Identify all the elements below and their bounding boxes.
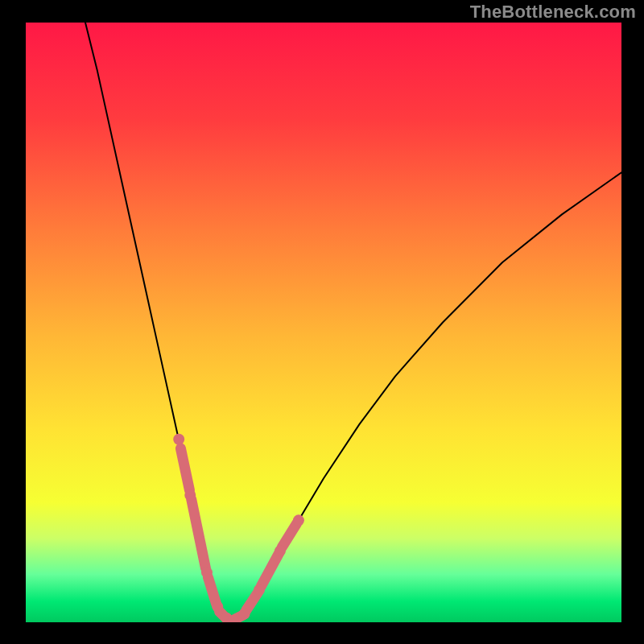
highlight-dot xyxy=(239,609,250,620)
highlight-dot xyxy=(254,584,265,596)
highlight-dot xyxy=(212,601,223,613)
highlight-dot xyxy=(275,545,286,556)
watermark-text: TheBottleneck.com xyxy=(470,2,636,23)
chart-frame: TheBottleneck.com xyxy=(0,0,644,644)
highlight-dot xyxy=(184,489,196,501)
highlight-dot xyxy=(293,514,304,526)
gradient-background xyxy=(26,23,621,622)
highlight-dot xyxy=(173,434,184,445)
highlight-dot xyxy=(201,567,213,578)
plot-area xyxy=(26,23,621,622)
chart-svg xyxy=(26,23,621,622)
